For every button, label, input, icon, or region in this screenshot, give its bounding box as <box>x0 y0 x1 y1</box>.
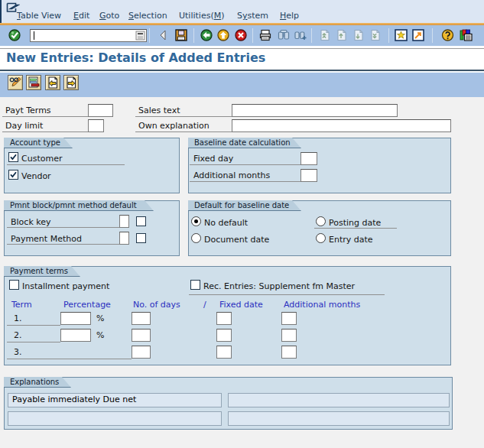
text-caret <box>34 31 34 40</box>
menu-table-view[interactable]: Table View <box>17 10 61 21</box>
document-date-radio[interactable] <box>191 233 201 243</box>
new-session-icon[interactable] <box>395 29 407 41</box>
term-row-label: 2. <box>14 330 22 340</box>
field-rule <box>7 359 132 359</box>
vendor-checkbox[interactable] <box>8 170 18 180</box>
menu-edit[interactable]: Edit <box>73 10 89 21</box>
find-next-icon[interactable] <box>294 29 307 41</box>
percentage-input-2[interactable] <box>60 329 91 342</box>
print-icon[interactable] <box>259 29 271 41</box>
exit-icon[interactable] <box>217 29 229 41</box>
pmnt-block-group: Pmnt block/pmnt method default <box>4 200 180 256</box>
cancel-icon[interactable] <box>235 29 247 41</box>
standard-toolbar <box>0 25 484 46</box>
fixed-date-input-3[interactable] <box>216 346 232 359</box>
column-header-additional-months: Additional months <box>284 300 360 310</box>
account-type-group: Account type <box>4 138 180 193</box>
help-icon[interactable] <box>441 29 453 41</box>
explanation-field-2[interactable] <box>228 393 450 407</box>
customer-checkbox[interactable] <box>8 152 18 162</box>
field-rule <box>189 294 385 295</box>
title-band: New Entries: Details of Added Entries <box>0 46 484 70</box>
command-history-icon[interactable] <box>135 31 145 41</box>
payt-terms-label: Payt Terms <box>2 106 88 117</box>
field-rule <box>190 181 300 182</box>
explanation-field-4[interactable] <box>228 411 450 426</box>
own-explanation-input[interactable] <box>232 119 451 132</box>
menu-help[interactable]: Help <box>280 10 299 21</box>
back-icon[interactable] <box>200 29 213 41</box>
previous-page-icon <box>335 29 347 41</box>
field-rule <box>7 244 119 245</box>
rec-entries-checkbox[interactable] <box>190 280 200 290</box>
find-icon[interactable] <box>278 29 290 41</box>
day-limit-label: Day limit <box>2 121 88 132</box>
next-page-icon <box>352 29 364 41</box>
payt-terms-input[interactable] <box>88 104 113 117</box>
days-input-1[interactable] <box>132 312 151 325</box>
field-rule <box>7 342 60 342</box>
field-rule <box>7 227 119 228</box>
application-toolbar <box>0 73 484 97</box>
fixed-date-input-1[interactable] <box>216 312 232 325</box>
command-field[interactable] <box>30 29 147 42</box>
toolbar-separator <box>252 28 253 43</box>
additional-months-input-3[interactable] <box>281 346 297 359</box>
save-icon[interactable] <box>175 29 187 41</box>
field-rule <box>190 164 300 165</box>
hide-command-field-icon[interactable] <box>160 29 166 41</box>
toolbar-separator <box>388 28 389 43</box>
payment-method-input[interactable] <box>119 232 129 245</box>
toolbar-separator <box>311 28 312 43</box>
explanation-field-3[interactable] <box>8 411 222 426</box>
own-explanation-label: Own explanation <box>135 121 232 132</box>
column-header-slash: / <box>203 300 206 310</box>
additional-months-input[interactable] <box>300 169 317 182</box>
baseline-calc-group-title: Baseline date calculation <box>188 138 301 148</box>
customize-layout-icon[interactable] <box>460 29 473 41</box>
create-shortcut-icon[interactable] <box>412 29 424 41</box>
block-key-checkbox[interactable] <box>136 216 146 226</box>
account-type-group-title: Account type <box>4 138 73 148</box>
last-page-icon <box>369 29 381 41</box>
entry-date-radio[interactable] <box>316 233 326 243</box>
sales-text-input[interactable] <box>232 104 398 117</box>
previous-entry-icon[interactable] <box>45 75 60 90</box>
percentage-input-1[interactable] <box>60 312 91 325</box>
payment-method-checkbox[interactable] <box>136 233 146 243</box>
overview-icon[interactable] <box>26 75 41 90</box>
fixed-day-input[interactable] <box>300 152 317 165</box>
days-input-3[interactable] <box>132 346 151 359</box>
page-title: New Entries: Details of Added Entries <box>6 50 265 65</box>
menu-goto[interactable]: Goto <box>99 10 119 21</box>
fixed-date-input-2[interactable] <box>216 329 232 342</box>
explanation-field-1[interactable]: Payable immediately Due net <box>8 393 222 407</box>
payment-method-label: Payment Method <box>11 234 82 244</box>
payment-terms-group-title: Payment terms <box>4 266 80 277</box>
column-header-fixed-date: Fixed date <box>219 300 263 310</box>
field-rule <box>7 325 60 326</box>
posting-date-radio[interactable] <box>316 216 326 226</box>
menu-utilities[interactable]: Utilities(M) <box>179 10 225 21</box>
document-date-label: Document date <box>204 235 269 245</box>
block-key-label: Block key <box>11 217 51 227</box>
column-header-percentage: Percentage <box>63 300 111 310</box>
term-row-label: 3. <box>14 347 22 357</box>
day-limit-input[interactable] <box>88 119 104 132</box>
enter-icon[interactable] <box>8 29 21 41</box>
term-row-label: 1. <box>14 313 22 323</box>
menu-selection[interactable]: Selection <box>128 10 167 21</box>
separator-rule <box>0 48 484 49</box>
days-input-2[interactable] <box>132 329 151 342</box>
menu-system[interactable]: System <box>237 10 268 21</box>
additional-months-input-2[interactable] <box>281 329 297 342</box>
additional-months-input-1[interactable] <box>281 312 297 325</box>
baseline-calc-group: Baseline date calculation <box>188 138 451 193</box>
block-key-input[interactable] <box>119 215 129 228</box>
field-rule <box>314 228 397 229</box>
installment-payment-checkbox[interactable] <box>9 280 19 290</box>
change-display-icon[interactable] <box>8 75 23 90</box>
toolbar-separator <box>193 28 194 43</box>
next-entry-icon[interactable] <box>63 75 79 90</box>
no-default-radio[interactable] <box>191 216 201 226</box>
